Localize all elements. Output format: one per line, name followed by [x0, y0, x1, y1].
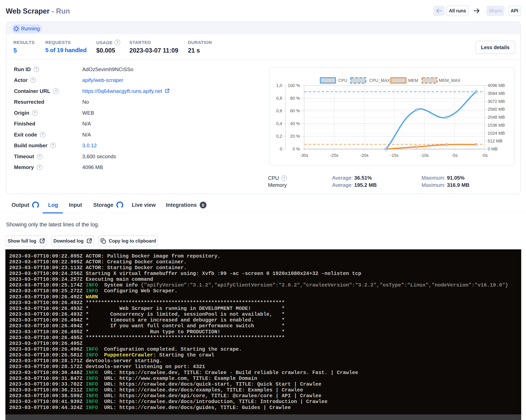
svg-text:-10s: -10s — [420, 153, 429, 158]
svg-text:MEM: MEM — [408, 78, 418, 83]
svg-text:-20s: -20s — [360, 153, 368, 158]
svg-text:20 %: 20 % — [290, 134, 300, 139]
svg-text:1024 MB: 1024 MB — [488, 131, 505, 136]
svg-text:-0s: -0s — [482, 153, 488, 158]
svg-text:3584 MB: 3584 MB — [488, 91, 505, 96]
svg-text:-30s: -30s — [300, 153, 308, 158]
svg-text:2048 MB: 2048 MB — [488, 115, 505, 120]
svg-text:0,6: 0,6 — [276, 109, 282, 113]
svg-text:MEM_MAX: MEM_MAX — [439, 78, 461, 83]
svg-text:80 %: 80 % — [290, 96, 300, 101]
svg-text:60 %: 60 % — [290, 109, 300, 113]
svg-text:-25s: -25s — [330, 153, 338, 158]
svg-text:-5s: -5s — [452, 153, 457, 158]
svg-text:-15s: -15s — [390, 153, 399, 158]
svg-text:512 MB: 512 MB — [488, 139, 502, 143]
svg-text:0: 0 — [280, 147, 282, 152]
svg-text:2560 MB: 2560 MB — [488, 107, 505, 112]
svg-text:100 %: 100 % — [288, 83, 300, 88]
svg-text:CPU_MAX: CPU_MAX — [369, 78, 390, 83]
svg-text:0,2: 0,2 — [276, 134, 282, 139]
svg-text:1,0: 1,0 — [276, 83, 282, 88]
svg-text:3072 MB: 3072 MB — [488, 99, 505, 104]
svg-text:4096 MB: 4096 MB — [488, 83, 505, 88]
svg-text:CPU: CPU — [338, 78, 347, 83]
svg-text:40 %: 40 % — [290, 121, 300, 126]
svg-text:0 MB: 0 MB — [488, 147, 498, 152]
svg-text:0 %: 0 % — [293, 147, 300, 152]
svg-text:1536 MB: 1536 MB — [488, 123, 505, 128]
svg-text:0,8: 0,8 — [276, 96, 282, 101]
svg-text:0,4: 0,4 — [276, 121, 282, 126]
